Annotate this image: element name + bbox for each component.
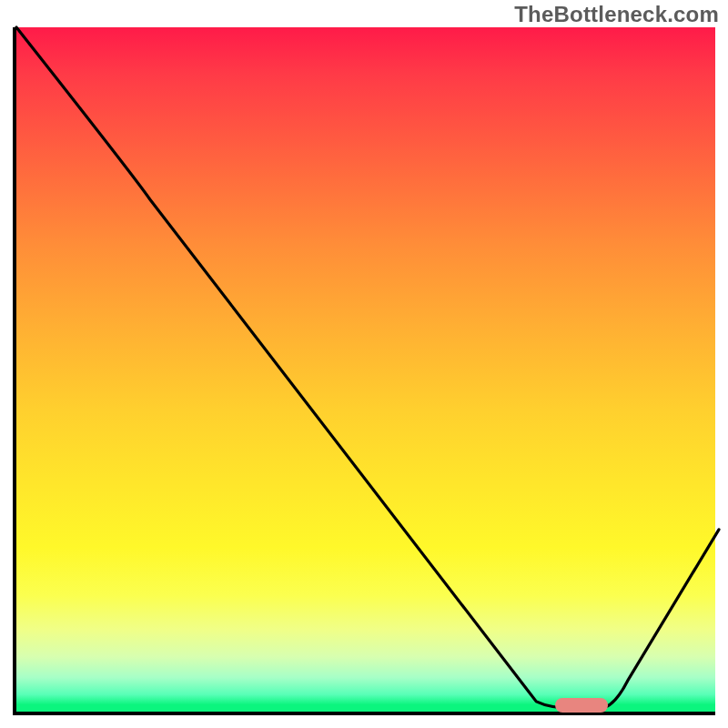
curve-path: [16, 27, 719, 708]
watermark-label: TheBottleneck.com: [514, 2, 719, 27]
chart-curve: [16, 27, 719, 715]
optimum-marker: [556, 698, 609, 713]
chart-plot-area: [13, 27, 715, 715]
